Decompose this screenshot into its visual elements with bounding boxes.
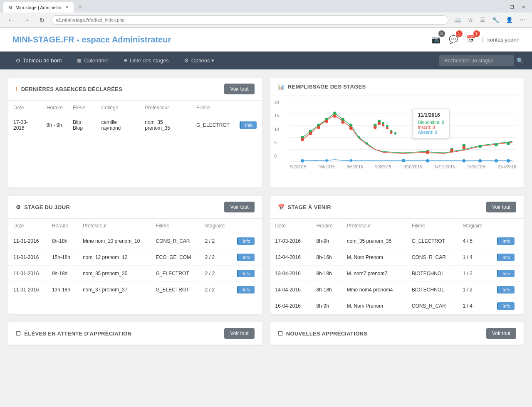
info-button[interactable]: Info [240, 121, 257, 129]
forward-button[interactable]: → [21, 15, 32, 25]
svg-point-31 [333, 114, 336, 118]
table-row: 17-03-2016 8h - 9h Blip Blop camille ray… [8, 115, 262, 136]
col-stagiaire: Stagiaire [458, 219, 492, 233]
url-bar[interactable]: v2.mini-stage.fr/ad/ad_index.php [51, 15, 448, 25]
table-row: 11-01-2016 15h-18h nom_12 prenom_12 ECO_… [8, 249, 262, 266]
col-filiere: Filière [407, 219, 458, 233]
chart-x-axis: 9/2/2015 9/4/2015 9/6/2015 9/8/2015 9/10… [290, 164, 517, 169]
col-college: Collège [97, 101, 140, 115]
stage-venir-body: Date Horaire Professeur Filière Stagiair… [270, 219, 524, 314]
info-button[interactable]: Info [237, 270, 254, 277]
absences-table: Date Horaire Élève Collège Professeur Fi… [8, 101, 262, 135]
svg-point-10 [333, 111, 336, 115]
options-icon: ⚙ [184, 57, 189, 64]
nav-calendrier[interactable]: ▦ Calendrier [69, 52, 116, 69]
table-row: 13-04-2016 8h-16h M. Nom Prenom CONS_R_C… [270, 249, 524, 266]
profile-button[interactable]: 👤 [504, 15, 515, 25]
absences-icon: ! [16, 86, 18, 92]
nouvelles-appreciations-voir-tout-button[interactable]: Voir tout [486, 328, 516, 339]
browser-tab[interactable]: M Mini-stage | Administra ✕ [3, 2, 74, 12]
browser-toolbar: 📖 ☆ ☰ 🔧 👤 ⋯ [453, 15, 527, 25]
chart-icon: 📊 [278, 84, 285, 90]
table-row: 11-01-2016 8h-18h Mme nom_10 prenom_10 C… [8, 233, 262, 249]
bottom-section: ⚙ STAGE DU JOUR Voir tout Date Horaire P… [0, 196, 532, 322]
user-name: kontas yoann [487, 37, 520, 43]
info-button[interactable]: Info [497, 286, 514, 294]
svg-point-43 [325, 159, 328, 162]
camera-badge: 0 [438, 30, 445, 37]
col-professeur: Professeur [78, 219, 151, 233]
notification-calendar[interactable]: 📅 1 [464, 33, 478, 46]
menu-button[interactable]: ☰ [478, 15, 487, 25]
extensions-button[interactable]: 🔧 [490, 15, 501, 25]
maximize-button[interactable]: ❐ [507, 4, 517, 11]
app-header: MINI-STAGE.FR - espace Administrateur 📷 … [0, 28, 532, 52]
svg-point-37 [386, 127, 388, 129]
close-button[interactable]: ✕ [518, 4, 529, 11]
table-row: 14-04-2016 8h-18h Mme nom4 prenom4 BIOTE… [270, 282, 524, 298]
tooltip-date: 11/1/2016 [418, 112, 444, 118]
stage-jour-voir-tout-button[interactable]: Voir tout [224, 202, 254, 212]
info-button[interactable]: Info [497, 302, 514, 310]
info-button[interactable]: Info [237, 237, 254, 245]
info-button[interactable]: Info [497, 270, 514, 277]
eleves-attente-voir-tout-button[interactable]: Voir tout [224, 328, 254, 339]
cell-horaire: 8h - 9h [42, 115, 68, 136]
svg-point-33 [349, 126, 352, 130]
notification-camera[interactable]: 📷 0 [429, 33, 443, 46]
info-button[interactable]: Info [497, 237, 514, 245]
minimize-button[interactable]: — [495, 4, 506, 11]
checkbox-icon: ☐ [16, 331, 21, 337]
table-row: 17-03-2016 8h-9h nom_35 prenom_35 G_ELEC… [270, 233, 524, 249]
col-horaire: Horaire [42, 101, 68, 115]
svg-point-30 [325, 120, 328, 123]
search-input[interactable] [439, 55, 514, 66]
browser-chrome: M Mini-stage | Administra ✕ + — ❐ ✕ ← → … [0, 0, 532, 28]
col-date: Date [8, 101, 42, 115]
stage-venir-table: Date Horaire Professeur Filière Stagiair… [270, 219, 524, 314]
info-button[interactable]: Info [237, 254, 254, 261]
url-domain: v2.mini-stage.fr/ad/ad_index.php [56, 17, 125, 22]
stage-venir-voir-tout-button[interactable]: Voir tout [486, 202, 516, 212]
absences-title: ! DERNIÈRES ABSENCES DÉCLARÉES [16, 86, 122, 92]
nav-options[interactable]: ⚙ Options ▾ [176, 52, 222, 69]
header-icons: 📷 0 💬 1 📅 1 | kontas yoann [429, 33, 520, 46]
info-button[interactable]: Info [497, 254, 514, 261]
checkbox-icon: ☐ [278, 331, 283, 337]
tab-favicon: M [8, 5, 12, 10]
chart-tooltip: 11/1/2016 Disponible: 8 Inscrit: 8 Absen… [412, 109, 450, 138]
tab-close-btn[interactable]: ✕ [65, 5, 69, 10]
svg-point-47 [462, 159, 465, 163]
svg-point-32 [341, 121, 344, 124]
col-horaire: Horaire [311, 219, 341, 233]
new-tab-button[interactable]: + [75, 3, 85, 12]
absences-voir-tout-button[interactable]: Voir tout [224, 84, 254, 94]
svg-point-46 [426, 159, 429, 163]
svg-point-42 [301, 159, 304, 163]
tooltip-disponible: Disponible: 8 [418, 120, 444, 125]
chart-svg [290, 100, 517, 163]
nouvelles-appreciations-header: ☐ NOUVELLES APPRÉCIATIONS Voir tout [270, 322, 524, 345]
back-button[interactable]: ← [5, 15, 17, 25]
notification-message[interactable]: 💬 1 [447, 33, 460, 46]
eleves-attente-header: ☐ ÉLÈVES EN ATTENTE D'APPRÉCIATION Voir … [8, 322, 262, 345]
message-badge: 1 [456, 30, 463, 37]
more-button[interactable]: ⋯ [518, 15, 527, 25]
reader-view-button[interactable]: 📖 [453, 15, 463, 25]
nav-liste-stages[interactable]: ≡ Liste des stages [116, 52, 176, 69]
svg-point-26 [507, 142, 510, 145]
bookmark-button[interactable]: ☆ [466, 15, 475, 25]
svg-point-39 [426, 151, 429, 154]
svg-point-20 [394, 132, 396, 135]
nav-tableau-de-bord[interactable]: ⊙ Tableau de bord [8, 52, 69, 69]
window-controls: — ❐ ✕ [495, 4, 529, 11]
dashboard-icon: ⊙ [16, 57, 20, 64]
col-professeur: Professeur [342, 219, 407, 233]
divider: | [482, 36, 483, 43]
absences-header: ! DERNIÈRES ABSENCES DÉCLARÉES Voir tout [8, 78, 262, 101]
refresh-button[interactable]: ↻ [37, 15, 47, 25]
info-button[interactable]: Info [237, 286, 254, 294]
cell-action: Info [235, 115, 262, 136]
table-row: 13-04-2016 8h-18h M. nom7 prenom7 BIOTEC… [270, 266, 524, 282]
nouvelles-appreciations-title: ☐ NOUVELLES APPRÉCIATIONS [278, 331, 368, 337]
